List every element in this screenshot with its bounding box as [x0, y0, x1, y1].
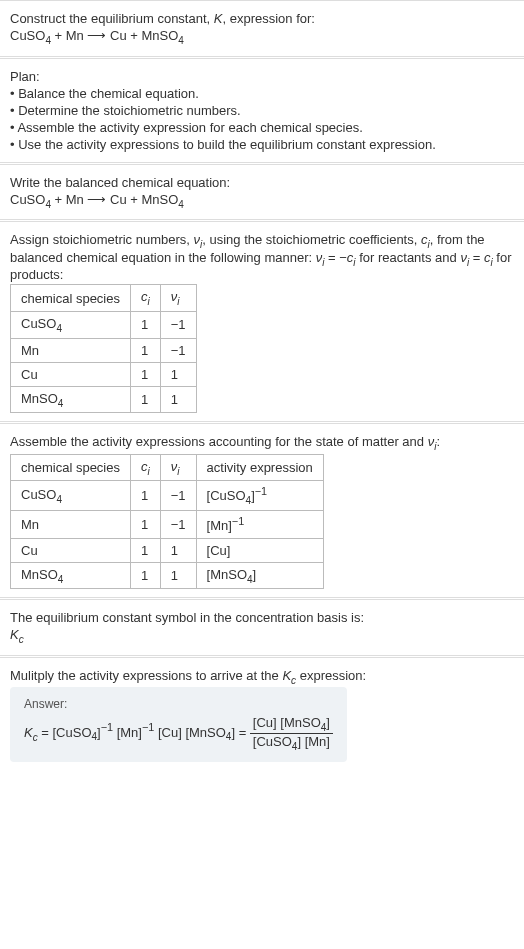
table-header-row: chemical species ci νi: [11, 285, 197, 312]
cell: CuSO4: [11, 481, 131, 511]
stoich-table: chemical species ci νi CuSO41−1 Mn1−1 Cu…: [10, 284, 197, 413]
cell: [CuSO4]−1: [196, 481, 323, 511]
table-header-row: chemical species ci νi activity expressi…: [11, 454, 324, 481]
fraction-numerator: [Cu] [MnSO4]: [250, 715, 333, 734]
cell: 1: [131, 338, 161, 362]
cell: −1: [160, 338, 196, 362]
final-intro: Mulitply the activity expressions to arr…: [10, 668, 514, 686]
kc-text: The equilibrium constant symbol in the c…: [10, 610, 514, 625]
activity-table: chemical species ci νi activity expressi…: [10, 454, 324, 589]
cell: −1: [160, 511, 196, 538]
plan-bullet: • Use the activity expressions to build …: [10, 137, 514, 152]
activity-intro: Assemble the activity expressions accoun…: [10, 434, 514, 452]
cell: 1: [131, 311, 161, 338]
cell: Cu: [11, 362, 131, 386]
cell: 1: [131, 386, 161, 413]
cell: Cu: [11, 538, 131, 562]
kc-symbol: Kc: [10, 627, 514, 645]
plan-bullet: • Assemble the activity expression for e…: [10, 120, 514, 135]
cell: [Mn]−1: [196, 511, 323, 538]
table-row: CuSO41−1: [11, 311, 197, 338]
reaction-equation: CuSO4 + Mn ⟶ Cu + MnSO4: [10, 28, 514, 46]
th-vi: νi: [160, 454, 196, 481]
cell: −1: [160, 481, 196, 511]
th-ci: ci: [131, 285, 161, 312]
table-row: MnSO411: [11, 386, 197, 413]
cell: 1: [131, 511, 161, 538]
cell: −1: [160, 311, 196, 338]
plan-bullet: • Balance the chemical equation.: [10, 86, 514, 101]
cell: 1: [160, 538, 196, 562]
plan-section: Plan: • Balance the chemical equation. •…: [0, 58, 524, 162]
balanced-eq-title: Write the balanced chemical equation:: [10, 175, 514, 190]
answer-label: Answer:: [24, 697, 333, 711]
balanced-eq-section: Write the balanced chemical equation: Cu…: [0, 164, 524, 220]
table-row: Cu11[Cu]: [11, 538, 324, 562]
cell: MnSO4: [11, 386, 131, 413]
cell: 1: [160, 386, 196, 413]
th-activity: activity expression: [196, 454, 323, 481]
plan-title: Plan:: [10, 69, 514, 84]
table-row: Mn1−1[Mn]−1: [11, 511, 324, 538]
cell: Mn: [11, 511, 131, 538]
cell: Mn: [11, 338, 131, 362]
cell: [MnSO4]: [196, 562, 323, 589]
prompt-title: Construct the equilibrium constant, K, e…: [10, 11, 514, 26]
th-species: chemical species: [11, 285, 131, 312]
cell: 1: [131, 362, 161, 386]
cell: 1: [131, 538, 161, 562]
table-row: Mn1−1: [11, 338, 197, 362]
final-section: Mulitply the activity expressions to arr…: [0, 657, 524, 770]
table-row: MnSO411[MnSO4]: [11, 562, 324, 589]
th-species: chemical species: [11, 454, 131, 481]
cell: CuSO4: [11, 311, 131, 338]
cell: 1: [160, 562, 196, 589]
table-row: Cu11: [11, 362, 197, 386]
fraction-denominator: [CuSO4] [Mn]: [250, 734, 333, 752]
th-ci: ci: [131, 454, 161, 481]
stoich-intro: Assign stoichiometric numbers, νi, using…: [10, 232, 514, 282]
activity-section: Assemble the activity expressions accoun…: [0, 423, 524, 597]
th-vi: νi: [160, 285, 196, 312]
cell: 1: [131, 562, 161, 589]
answer-box: Answer: Kc = [CuSO4]−1 [Mn]−1 [Cu] [MnSO…: [10, 687, 347, 761]
balanced-equation: CuSO4 + Mn ⟶ Cu + MnSO4: [10, 192, 514, 210]
prompt-section: Construct the equilibrium constant, K, e…: [0, 0, 524, 56]
cell: 1: [131, 481, 161, 511]
table-row: CuSO41−1[CuSO4]−1: [11, 481, 324, 511]
plan-bullet: • Determine the stoichiometric numbers.: [10, 103, 514, 118]
cell: MnSO4: [11, 562, 131, 589]
cell: 1: [160, 362, 196, 386]
cell: [Cu]: [196, 538, 323, 562]
stoich-section: Assign stoichiometric numbers, νi, using…: [0, 221, 524, 421]
answer-expression: Kc = [CuSO4]−1 [Mn]−1 [Cu] [MnSO4] = [Cu…: [24, 715, 333, 751]
kc-symbol-section: The equilibrium constant symbol in the c…: [0, 599, 524, 655]
